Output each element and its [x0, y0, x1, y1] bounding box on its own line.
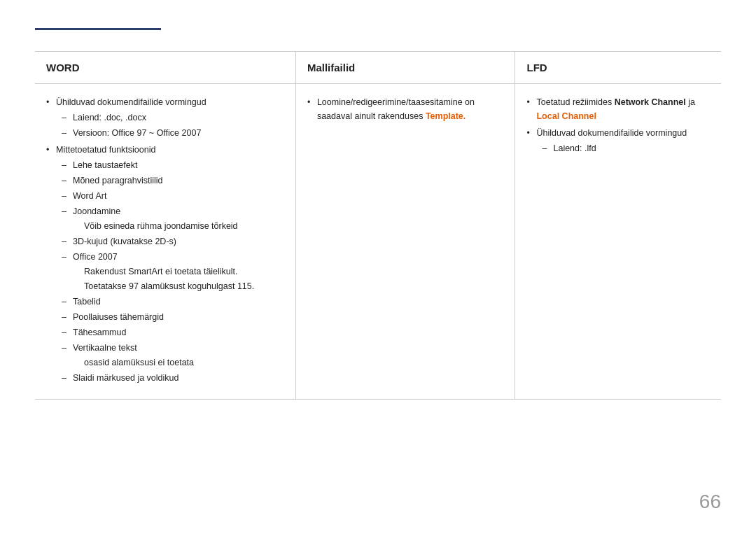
- lfd-network-channel: Network Channel: [615, 97, 686, 107]
- header-lfd: LFD: [515, 52, 721, 84]
- lfd-main-list: Toetatud režiimides Network Channel ja L…: [526, 95, 710, 155]
- word-sub-2-9: Tähesammud: [62, 325, 284, 339]
- word-sub-item-1-1: Laiend: .doc, .docx: [62, 111, 284, 125]
- top-bar-decoration: [35, 28, 161, 30]
- main-table: WORD Mallifailid LFD Ühilduvad dokumendi…: [35, 52, 721, 400]
- word-item-1: Ühilduvad dokumendifailide vormingud Lai…: [46, 95, 284, 140]
- lfd-local-channel: Local Channel: [536, 111, 596, 121]
- word-sub-2-6: Office 2007 Rakendust SmartArt ei toetat…: [62, 250, 284, 293]
- lfd-sub-1: Laiend: .lfd: [542, 141, 710, 155]
- word-sub-list-1: Laiend: .doc, .docx Versioon: Office 97 …: [62, 111, 284, 140]
- lfd-item-1: Toetatud režiimides Network Channel ja L…: [526, 95, 710, 123]
- word-sub-2-2: Mõned paragrahvistiilid: [62, 174, 284, 188]
- word-sub-2-5: 3D-kujud (kuvatakse 2D-s): [62, 234, 284, 248]
- word-sub-2-7: Tabelid: [62, 295, 284, 309]
- word-sub-2-10-note: osasid alamüksusi ei toetata: [73, 356, 284, 370]
- word-sub-2-4-note: Võib esineda rühma joondamise tõrkeid: [73, 219, 284, 233]
- header-mall: Mallifailid: [295, 52, 515, 84]
- lfd-item-2: Ühilduvad dokumendifailide vormingud Lai…: [526, 126, 710, 155]
- header-word: WORD: [35, 52, 295, 84]
- page-number: 66: [699, 491, 721, 513]
- word-sub-2-3: Word Art: [62, 189, 284, 203]
- word-main-list: Ühilduvad dokumendifailide vormingud Lai…: [46, 95, 284, 385]
- page-container: WORD Mallifailid LFD Ühilduvad dokumendi…: [0, 0, 756, 534]
- word-sub-2-6-note2: Toetatakse 97 alamüksust koguhulgast 115…: [73, 279, 284, 293]
- word-column-cell: Ühilduvad dokumendifailide vormingud Lai…: [35, 84, 295, 400]
- mall-template-bold: Template.: [426, 111, 465, 121]
- word-sub-2-1: Lehe taustaefekt: [62, 158, 284, 172]
- mall-main-list: Loomine/redigeerimine/taasesitamine on s…: [307, 95, 504, 123]
- word-item-2: Mittetoetatud funktsioonid Lehe taustaef…: [46, 143, 284, 385]
- word-sub-2-4: Joondamine Võib esineda rühma joondamise…: [62, 204, 284, 233]
- word-sub-list-2: Lehe taustaefekt Mõned paragrahvistiilid…: [62, 158, 284, 385]
- word-sub-2-8: Poollaiuses tähemärgid: [62, 310, 284, 324]
- mall-column-cell: Loomine/redigeerimine/taasesitamine on s…: [295, 84, 515, 400]
- lfd-sub-list-1: Laiend: .lfd: [542, 141, 710, 155]
- word-sub-2-11: Slaidi märkused ja voldikud: [62, 371, 284, 385]
- mall-item-1: Loomine/redigeerimine/taasesitamine on s…: [307, 95, 504, 123]
- word-sub-2-10: Vertikaalne tekst osasid alamüksusi ei t…: [62, 341, 284, 370]
- word-sub-2-6-note1: Rakendust SmartArt ei toetata täielikult…: [73, 265, 284, 279]
- lfd-column-cell: Toetatud režiimides Network Channel ja L…: [515, 84, 721, 400]
- word-sub-item-1-2: Versioon: Office 97 ~ Office 2007: [62, 126, 284, 140]
